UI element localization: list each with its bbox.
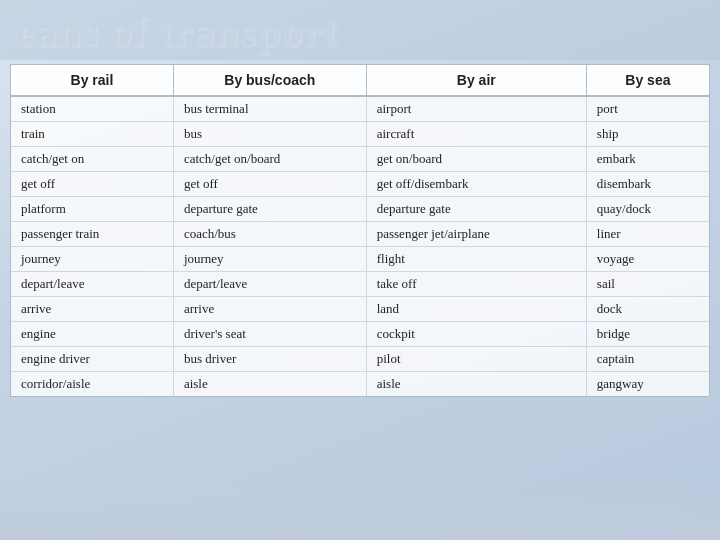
table-cell: get off <box>11 172 173 197</box>
table-row: arrivearrivelanddock <box>11 297 709 322</box>
table-cell: land <box>366 297 586 322</box>
table-cell: get off <box>173 172 366 197</box>
table-row: get offget offget off/disembarkdisembark <box>11 172 709 197</box>
table-row: enginedriver's seatcockpitbridge <box>11 322 709 347</box>
table-cell: driver's seat <box>173 322 366 347</box>
transport-table-container: By rail By bus/coach By air By sea stati… <box>10 64 710 397</box>
table-cell: embark <box>586 147 709 172</box>
table-row: platformdeparture gatedeparture gatequay… <box>11 197 709 222</box>
table-cell: flight <box>366 247 586 272</box>
table-cell: arrive <box>11 297 173 322</box>
table-cell: aircraft <box>366 122 586 147</box>
table-cell: bus <box>173 122 366 147</box>
table-cell: cockpit <box>366 322 586 347</box>
table-cell: take off <box>366 272 586 297</box>
col-header-sea: By sea <box>586 65 709 96</box>
table-cell: departure gate <box>366 197 586 222</box>
table-cell: departure gate <box>173 197 366 222</box>
table-cell: catch/get on/board <box>173 147 366 172</box>
col-header-rail: By rail <box>11 65 173 96</box>
table-cell: liner <box>586 222 709 247</box>
page-title: eans of transport <box>16 9 339 55</box>
table-cell: bus driver <box>173 347 366 372</box>
table-cell: train <box>11 122 173 147</box>
table-cell: arrive <box>173 297 366 322</box>
table-row: passenger traincoach/buspassenger jet/ai… <box>11 222 709 247</box>
table-cell: captain <box>586 347 709 372</box>
table-body: stationbus terminalairportporttrainbusai… <box>11 96 709 396</box>
table-cell: aisle <box>173 372 366 397</box>
table-cell: engine driver <box>11 347 173 372</box>
table-cell: ship <box>586 122 709 147</box>
table-cell: port <box>586 96 709 122</box>
table-cell: aisle <box>366 372 586 397</box>
transport-table: By rail By bus/coach By air By sea stati… <box>11 65 709 396</box>
table-cell: get off/disembark <box>366 172 586 197</box>
table-cell: airport <box>366 96 586 122</box>
title-bar: eans of transport <box>0 0 720 60</box>
table-cell: bus terminal <box>173 96 366 122</box>
table-cell: disembark <box>586 172 709 197</box>
table-cell: depart/leave <box>173 272 366 297</box>
table-cell: passenger jet/airplane <box>366 222 586 247</box>
table-cell: corridor/aisle <box>11 372 173 397</box>
table-cell: journey <box>173 247 366 272</box>
table-row: catch/get oncatch/get on/boardget on/boa… <box>11 147 709 172</box>
table-cell: station <box>11 96 173 122</box>
table-cell: pilot <box>366 347 586 372</box>
table-cell: passenger train <box>11 222 173 247</box>
table-cell: gangway <box>586 372 709 397</box>
table-row: depart/leavedepart/leavetake offsail <box>11 272 709 297</box>
table-cell: platform <box>11 197 173 222</box>
table-cell: depart/leave <box>11 272 173 297</box>
table-cell: bridge <box>586 322 709 347</box>
table-cell: engine <box>11 322 173 347</box>
col-header-air: By air <box>366 65 586 96</box>
table-cell: coach/bus <box>173 222 366 247</box>
footer-area <box>0 480 720 540</box>
table-row: engine driverbus driverpilotcaptain <box>11 347 709 372</box>
table-cell: quay/dock <box>586 197 709 222</box>
table-row: corridor/aisleaisleaislegangway <box>11 372 709 397</box>
table-row: trainbusaircraftship <box>11 122 709 147</box>
table-cell: voyage <box>586 247 709 272</box>
table-header-row: By rail By bus/coach By air By sea <box>11 65 709 96</box>
table-cell: journey <box>11 247 173 272</box>
col-header-bus: By bus/coach <box>173 65 366 96</box>
table-row: journeyjourneyflightvoyage <box>11 247 709 272</box>
table-cell: dock <box>586 297 709 322</box>
table-row: stationbus terminalairportport <box>11 96 709 122</box>
table-cell: get on/board <box>366 147 586 172</box>
table-cell: sail <box>586 272 709 297</box>
table-cell: catch/get on <box>11 147 173 172</box>
